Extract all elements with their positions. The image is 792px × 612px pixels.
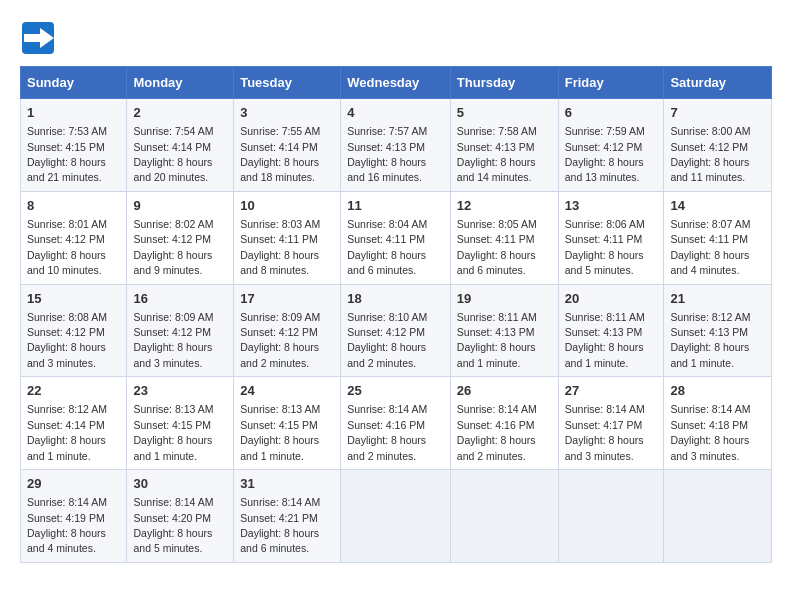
calendar-cell (558, 470, 664, 563)
day-info: Sunrise: 8:14 AMSunset: 4:20 PMDaylight:… (133, 496, 213, 554)
day-number: 14 (670, 197, 765, 215)
calendar-cell: 30Sunrise: 8:14 AMSunset: 4:20 PMDayligh… (127, 470, 234, 563)
day-info: Sunrise: 8:09 AMSunset: 4:12 PMDaylight:… (133, 311, 213, 369)
day-info: Sunrise: 8:14 AMSunset: 4:18 PMDaylight:… (670, 403, 750, 461)
day-info: Sunrise: 8:00 AMSunset: 4:12 PMDaylight:… (670, 125, 750, 183)
calendar-cell: 20Sunrise: 8:11 AMSunset: 4:13 PMDayligh… (558, 284, 664, 377)
weekday-header-wednesday: Wednesday (341, 67, 451, 99)
day-number: 22 (27, 382, 120, 400)
day-info: Sunrise: 8:13 AMSunset: 4:15 PMDaylight:… (240, 403, 320, 461)
day-info: Sunrise: 7:58 AMSunset: 4:13 PMDaylight:… (457, 125, 537, 183)
calendar-cell: 9Sunrise: 8:02 AMSunset: 4:12 PMDaylight… (127, 191, 234, 284)
weekday-header-thursday: Thursday (450, 67, 558, 99)
calendar-cell: 18Sunrise: 8:10 AMSunset: 4:12 PMDayligh… (341, 284, 451, 377)
day-number: 30 (133, 475, 227, 493)
day-info: Sunrise: 8:11 AMSunset: 4:13 PMDaylight:… (457, 311, 537, 369)
calendar-cell: 10Sunrise: 8:03 AMSunset: 4:11 PMDayligh… (234, 191, 341, 284)
day-number: 10 (240, 197, 334, 215)
calendar-week-row: 15Sunrise: 8:08 AMSunset: 4:12 PMDayligh… (21, 284, 772, 377)
calendar-cell: 11Sunrise: 8:04 AMSunset: 4:11 PMDayligh… (341, 191, 451, 284)
day-info: Sunrise: 7:54 AMSunset: 4:14 PMDaylight:… (133, 125, 213, 183)
day-info: Sunrise: 8:14 AMSunset: 4:16 PMDaylight:… (347, 403, 427, 461)
calendar-cell: 14Sunrise: 8:07 AMSunset: 4:11 PMDayligh… (664, 191, 772, 284)
day-number: 8 (27, 197, 120, 215)
day-number: 18 (347, 290, 444, 308)
day-number: 12 (457, 197, 552, 215)
calendar-cell: 12Sunrise: 8:05 AMSunset: 4:11 PMDayligh… (450, 191, 558, 284)
day-number: 11 (347, 197, 444, 215)
day-number: 21 (670, 290, 765, 308)
calendar-cell: 4Sunrise: 7:57 AMSunset: 4:13 PMDaylight… (341, 99, 451, 192)
day-info: Sunrise: 8:14 AMSunset: 4:17 PMDaylight:… (565, 403, 645, 461)
day-info: Sunrise: 8:11 AMSunset: 4:13 PMDaylight:… (565, 311, 645, 369)
day-number: 26 (457, 382, 552, 400)
day-number: 13 (565, 197, 658, 215)
day-number: 7 (670, 104, 765, 122)
weekday-header-sunday: Sunday (21, 67, 127, 99)
day-number: 1 (27, 104, 120, 122)
day-info: Sunrise: 8:14 AMSunset: 4:16 PMDaylight:… (457, 403, 537, 461)
calendar-cell: 8Sunrise: 8:01 AMSunset: 4:12 PMDaylight… (21, 191, 127, 284)
day-info: Sunrise: 8:04 AMSunset: 4:11 PMDaylight:… (347, 218, 427, 276)
day-info: Sunrise: 8:12 AMSunset: 4:13 PMDaylight:… (670, 311, 750, 369)
day-number: 28 (670, 382, 765, 400)
day-info: Sunrise: 8:06 AMSunset: 4:11 PMDaylight:… (565, 218, 645, 276)
day-number: 27 (565, 382, 658, 400)
calendar-header-row: SundayMondayTuesdayWednesdayThursdayFrid… (21, 67, 772, 99)
weekday-header-friday: Friday (558, 67, 664, 99)
calendar-cell: 22Sunrise: 8:12 AMSunset: 4:14 PMDayligh… (21, 377, 127, 470)
calendar-cell: 15Sunrise: 8:08 AMSunset: 4:12 PMDayligh… (21, 284, 127, 377)
day-info: Sunrise: 8:13 AMSunset: 4:15 PMDaylight:… (133, 403, 213, 461)
day-number: 5 (457, 104, 552, 122)
calendar-cell: 7Sunrise: 8:00 AMSunset: 4:12 PMDaylight… (664, 99, 772, 192)
day-info: Sunrise: 8:01 AMSunset: 4:12 PMDaylight:… (27, 218, 107, 276)
day-info: Sunrise: 7:53 AMSunset: 4:15 PMDaylight:… (27, 125, 107, 183)
day-info: Sunrise: 8:12 AMSunset: 4:14 PMDaylight:… (27, 403, 107, 461)
calendar-cell: 5Sunrise: 7:58 AMSunset: 4:13 PMDaylight… (450, 99, 558, 192)
weekday-header-tuesday: Tuesday (234, 67, 341, 99)
calendar-cell: 1Sunrise: 7:53 AMSunset: 4:15 PMDaylight… (21, 99, 127, 192)
calendar-week-row: 29Sunrise: 8:14 AMSunset: 4:19 PMDayligh… (21, 470, 772, 563)
calendar-cell: 6Sunrise: 7:59 AMSunset: 4:12 PMDaylight… (558, 99, 664, 192)
calendar-cell: 19Sunrise: 8:11 AMSunset: 4:13 PMDayligh… (450, 284, 558, 377)
day-number: 25 (347, 382, 444, 400)
calendar-week-row: 1Sunrise: 7:53 AMSunset: 4:15 PMDaylight… (21, 99, 772, 192)
day-number: 3 (240, 104, 334, 122)
day-number: 19 (457, 290, 552, 308)
calendar-cell: 28Sunrise: 8:14 AMSunset: 4:18 PMDayligh… (664, 377, 772, 470)
day-info: Sunrise: 7:55 AMSunset: 4:14 PMDaylight:… (240, 125, 320, 183)
day-info: Sunrise: 8:05 AMSunset: 4:11 PMDaylight:… (457, 218, 537, 276)
day-info: Sunrise: 7:59 AMSunset: 4:12 PMDaylight:… (565, 125, 645, 183)
calendar-table: SundayMondayTuesdayWednesdayThursdayFrid… (20, 66, 772, 563)
calendar-cell (664, 470, 772, 563)
day-number: 29 (27, 475, 120, 493)
calendar-cell (450, 470, 558, 563)
calendar-cell: 16Sunrise: 8:09 AMSunset: 4:12 PMDayligh… (127, 284, 234, 377)
svg-rect-2 (24, 34, 40, 42)
calendar-week-row: 8Sunrise: 8:01 AMSunset: 4:12 PMDaylight… (21, 191, 772, 284)
calendar-cell: 26Sunrise: 8:14 AMSunset: 4:16 PMDayligh… (450, 377, 558, 470)
day-number: 17 (240, 290, 334, 308)
day-number: 23 (133, 382, 227, 400)
calendar-cell: 3Sunrise: 7:55 AMSunset: 4:14 PMDaylight… (234, 99, 341, 192)
calendar-cell: 17Sunrise: 8:09 AMSunset: 4:12 PMDayligh… (234, 284, 341, 377)
day-number: 9 (133, 197, 227, 215)
calendar-cell: 13Sunrise: 8:06 AMSunset: 4:11 PMDayligh… (558, 191, 664, 284)
day-info: Sunrise: 8:07 AMSunset: 4:11 PMDaylight:… (670, 218, 750, 276)
day-info: Sunrise: 8:03 AMSunset: 4:11 PMDaylight:… (240, 218, 320, 276)
day-info: Sunrise: 8:14 AMSunset: 4:21 PMDaylight:… (240, 496, 320, 554)
weekday-header-saturday: Saturday (664, 67, 772, 99)
day-number: 2 (133, 104, 227, 122)
logo-icon (20, 20, 56, 56)
calendar-cell: 25Sunrise: 8:14 AMSunset: 4:16 PMDayligh… (341, 377, 451, 470)
logo (20, 20, 60, 56)
calendar-week-row: 22Sunrise: 8:12 AMSunset: 4:14 PMDayligh… (21, 377, 772, 470)
day-info: Sunrise: 8:08 AMSunset: 4:12 PMDaylight:… (27, 311, 107, 369)
day-number: 4 (347, 104, 444, 122)
day-info: Sunrise: 8:10 AMSunset: 4:12 PMDaylight:… (347, 311, 427, 369)
day-info: Sunrise: 8:14 AMSunset: 4:19 PMDaylight:… (27, 496, 107, 554)
day-number: 24 (240, 382, 334, 400)
day-info: Sunrise: 7:57 AMSunset: 4:13 PMDaylight:… (347, 125, 427, 183)
calendar-cell: 27Sunrise: 8:14 AMSunset: 4:17 PMDayligh… (558, 377, 664, 470)
calendar-cell: 31Sunrise: 8:14 AMSunset: 4:21 PMDayligh… (234, 470, 341, 563)
